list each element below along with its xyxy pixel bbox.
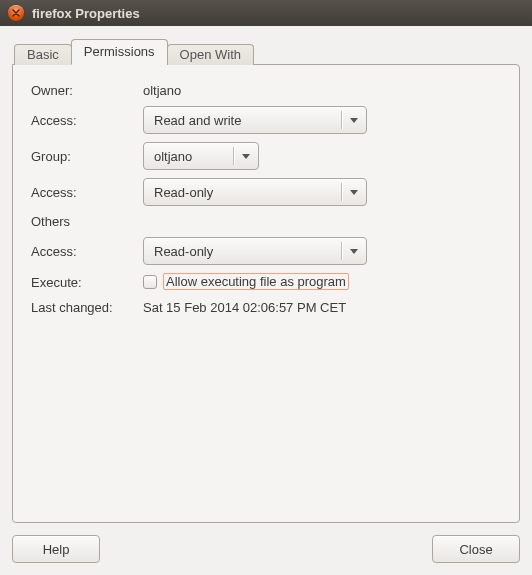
others-access-label: Access: (31, 237, 143, 273)
permissions-form: Owner: oltjano Access: Read and write (31, 83, 367, 323)
group-access-dropdown[interactable]: Read-only (143, 178, 367, 206)
permissions-panel: Owner: oltjano Access: Read and write (12, 64, 520, 523)
group-label: Group: (31, 142, 143, 178)
execute-checkbox-label[interactable]: Allow executing file as program (163, 273, 349, 290)
group-value: oltjano (154, 149, 229, 164)
execute-checkbox[interactable] (143, 275, 157, 289)
owner-access-dropdown[interactable]: Read and write (143, 106, 367, 134)
dropdown-separator (341, 183, 342, 201)
window-body: Basic Permissions Open With Owner: oltja… (0, 26, 532, 575)
chevron-down-icon (348, 118, 360, 123)
dialog-button-row: Help Close (12, 523, 520, 563)
tab-permissions[interactable]: Permissions (71, 39, 168, 65)
chevron-down-icon (240, 154, 252, 159)
window-title: firefox Properties (32, 6, 140, 21)
group-access-value: Read-only (154, 185, 337, 200)
tab-basic[interactable]: Basic (14, 44, 72, 65)
owner-value: oltjano (143, 83, 181, 98)
others-label: Others (31, 214, 143, 237)
close-button[interactable]: Close (432, 535, 520, 563)
tab-strip: Basic Permissions Open With (12, 38, 520, 64)
title-bar: firefox Properties (0, 0, 532, 26)
others-access-value: Read-only (154, 244, 337, 259)
tab-open-with[interactable]: Open With (167, 44, 254, 65)
close-window-icon[interactable] (8, 5, 24, 21)
dropdown-separator (341, 242, 342, 260)
chevron-down-icon (348, 190, 360, 195)
others-access-dropdown[interactable]: Read-only (143, 237, 367, 265)
group-access-label: Access: (31, 178, 143, 214)
owner-label: Owner: (31, 83, 143, 106)
help-button[interactable]: Help (12, 535, 100, 563)
owner-access-label: Access: (31, 106, 143, 142)
last-changed-value: Sat 15 Feb 2014 02:06:57 PM CET (143, 300, 346, 315)
chevron-down-icon (348, 249, 360, 254)
dropdown-separator (233, 147, 234, 165)
last-changed-label: Last changed: (31, 300, 143, 323)
dropdown-separator (341, 111, 342, 129)
group-dropdown[interactable]: oltjano (143, 142, 259, 170)
owner-access-value: Read and write (154, 113, 337, 128)
execute-label: Execute: (31, 273, 143, 300)
